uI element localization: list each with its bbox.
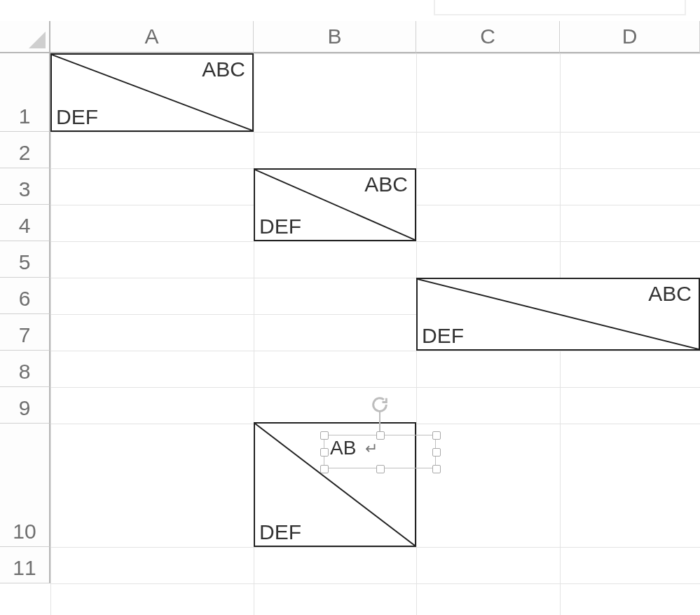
rotation-handle-stem	[379, 412, 380, 431]
gridline-horizontal	[50, 583, 700, 584]
diag-box-a1[interactable]: ABCDEF	[50, 53, 254, 132]
box-label-top-right: ABC	[202, 58, 245, 81]
resize-handle-w[interactable]	[320, 448, 329, 457]
row-header-8[interactable]: 8	[0, 351, 50, 387]
gridline-horizontal	[50, 132, 700, 133]
row-header-label: 9	[19, 396, 31, 420]
row-header-label: 8	[19, 360, 31, 384]
row-header-1[interactable]: 1	[0, 53, 50, 132]
box-label-bottom-left: DEF	[56, 105, 98, 129]
row-header-label: 5	[19, 250, 31, 274]
line-break-icon: ↵	[365, 440, 378, 458]
column-header-c[interactable]: C	[416, 21, 560, 53]
gridline-horizontal	[50, 351, 700, 351]
box-label-bottom-left: DEF	[422, 324, 464, 348]
row-header-11[interactable]: 11	[0, 547, 50, 583]
row-header-label: 11	[13, 556, 36, 580]
resize-handle-n[interactable]	[376, 431, 385, 440]
row-header-10[interactable]: 10	[0, 424, 50, 547]
gridline-horizontal	[50, 387, 700, 388]
row-header-3[interactable]: 3	[0, 168, 50, 205]
row-header-label: 3	[19, 177, 31, 201]
ribbon-fragment	[434, 0, 686, 15]
resize-handle-nw[interactable]	[320, 431, 329, 440]
row-header-label: 2	[19, 141, 31, 165]
gridline-horizontal	[50, 241, 700, 242]
resize-handle-e[interactable]	[432, 448, 441, 457]
box-label-top-right: ABC	[648, 282, 692, 306]
diag-box-c6d7[interactable]: ABCDEF	[416, 278, 700, 351]
row-header-6[interactable]: 6	[0, 278, 50, 314]
resize-handle-s[interactable]	[376, 465, 385, 473]
row-header-4[interactable]: 4	[0, 205, 50, 241]
row-header-7[interactable]: 7	[0, 314, 50, 351]
select-all-triangle-icon	[27, 30, 47, 50]
column-header-a[interactable]: A	[50, 21, 254, 53]
row-header-2[interactable]: 2	[0, 132, 50, 168]
row-header-9[interactable]: 9	[0, 387, 50, 424]
shape-text-content[interactable]: AB	[330, 437, 356, 459]
resize-handle-sw[interactable]	[320, 465, 329, 473]
box-label-top-right: ABC	[364, 173, 408, 196]
select-all-corner[interactable]	[0, 21, 50, 53]
column-header-label: D	[622, 25, 638, 48]
box-label-bottom-left: DEF	[259, 215, 301, 238]
rotation-handle-icon[interactable]	[370, 395, 390, 414]
box-label-bottom-left: DEF	[259, 520, 301, 544]
column-header-label: B	[327, 25, 341, 48]
selected-text-shape[interactable]: AB↵	[324, 435, 436, 468]
gridline-horizontal	[50, 547, 700, 548]
column-header-b[interactable]: B	[254, 21, 416, 53]
row-header-label: 10	[13, 520, 36, 543]
column-header-d[interactable]: D	[560, 21, 700, 53]
diag-box-b3b4[interactable]: ABCDEF	[254, 168, 416, 241]
gridline-vertical	[50, 53, 51, 615]
column-header-label: A	[144, 25, 158, 48]
row-header-label: 4	[19, 214, 31, 238]
column-header-label: C	[480, 25, 495, 48]
row-header-5[interactable]: 5	[0, 241, 50, 278]
row-header-label: 1	[19, 104, 31, 128]
row-header-label: 6	[19, 287, 31, 311]
spreadsheet: ABCD 1234567891011 ABCDEFABCDEFABCDEFDEF…	[0, 0, 700, 615]
row-header-label: 7	[19, 323, 31, 347]
resize-handle-ne[interactable]	[432, 431, 441, 440]
resize-handle-se[interactable]	[432, 465, 441, 473]
